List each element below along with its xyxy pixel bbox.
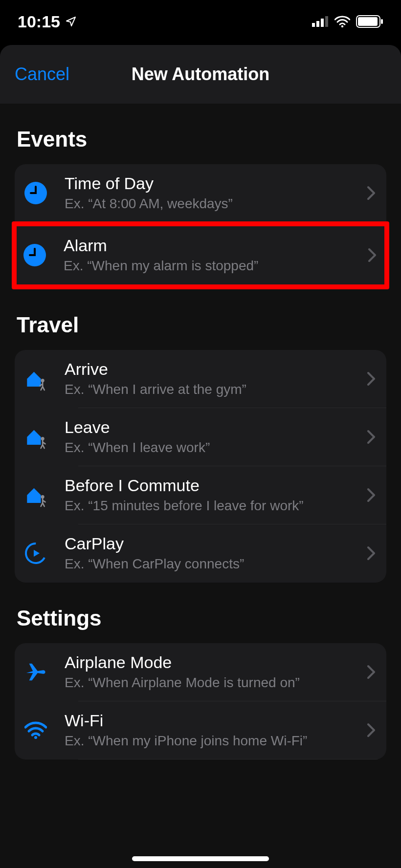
status-time: 10:15 <box>18 12 60 31</box>
row-title: Airplane Mode <box>65 653 361 672</box>
svg-rect-1 <box>316 21 319 27</box>
status-bar: 10:15 <box>0 0 401 43</box>
row-title: CarPlay <box>65 534 361 553</box>
status-right <box>312 15 383 28</box>
svg-rect-7 <box>381 19 383 24</box>
cancel-button[interactable]: Cancel <box>15 64 69 85</box>
carplay-icon <box>24 542 47 564</box>
row-title: Alarm <box>64 236 362 255</box>
row-subtitle: Ex. “When Airplane Mode is turned on” <box>65 675 361 691</box>
status-left: 10:15 <box>18 12 77 31</box>
house-person-icon <box>24 368 47 390</box>
svg-rect-2 <box>321 19 324 27</box>
row-arrive[interactable]: Arrive Ex. “When I arrive at the gym” <box>15 350 386 408</box>
svg-rect-6 <box>358 17 378 26</box>
svg-point-4 <box>341 25 343 27</box>
row-text: Wi-Fi Ex. “When my iPhone joins home Wi-… <box>65 711 367 749</box>
row-title: Leave <box>65 418 361 437</box>
row-leave[interactable]: Leave Ex. “When I leave work” <box>15 408 386 466</box>
separator <box>78 759 386 760</box>
row-title: Arrive <box>65 360 361 379</box>
row-subtitle: Ex. “When my alarm is stopped” <box>64 258 362 274</box>
row-subtitle: Ex. “At 8:00 AM, weekdays” <box>65 196 361 212</box>
screen: 10:15 <box>0 0 401 868</box>
chevron-right-icon <box>367 488 376 502</box>
page-title: New Automation <box>132 64 270 85</box>
row-carplay[interactable]: CarPlay Ex. “When CarPlay connects” <box>15 524 386 583</box>
row-title: Wi-Fi <box>65 711 361 730</box>
section-title-settings: Settings <box>0 583 401 643</box>
airplane-icon <box>24 661 47 683</box>
wifi-icon <box>334 16 350 27</box>
svg-rect-3 <box>325 16 328 27</box>
row-title: Time of Day <box>65 174 361 193</box>
chevron-right-icon <box>367 430 376 444</box>
group-events: Time of Day Ex. “At 8:00 AM, weekdays” <box>15 164 386 222</box>
cellular-icon <box>312 16 329 27</box>
modal-sheet: Cancel New Automation Events Time of Day… <box>0 45 401 868</box>
clock-icon <box>24 182 47 204</box>
home-indicator[interactable] <box>132 856 269 861</box>
row-subtitle: Ex. “When I leave work” <box>65 440 361 456</box>
row-alarm[interactable]: Alarm Ex. “When my alarm is stopped” <box>17 226 384 284</box>
row-subtitle: Ex. “When I arrive at the gym” <box>65 382 361 397</box>
chevron-right-icon <box>367 723 376 738</box>
location-icon <box>65 16 77 27</box>
svg-point-14 <box>34 736 37 739</box>
row-subtitle: Ex. “When my iPhone joins home Wi-Fi” <box>65 733 361 749</box>
chevron-right-icon <box>368 248 377 262</box>
battery-icon <box>356 15 383 28</box>
chevron-right-icon <box>367 546 376 561</box>
row-text: Time of Day Ex. “At 8:00 AM, weekdays” <box>65 174 367 212</box>
row-before-commute[interactable]: Before I Commute Ex. “15 minutes before … <box>15 466 386 524</box>
row-airplane-mode[interactable]: Airplane Mode Ex. “When Airplane Mode is… <box>15 643 386 701</box>
group-settings: Airplane Mode Ex. “When Airplane Mode is… <box>15 643 386 760</box>
section-title-events: Events <box>0 104 401 164</box>
house-person-icon <box>24 484 47 506</box>
wifi-icon <box>24 719 47 741</box>
highlight-alarm: Alarm Ex. “When my alarm is stopped” <box>12 221 389 289</box>
row-wifi[interactable]: Wi-Fi Ex. “When my iPhone joins home Wi-… <box>15 701 386 760</box>
chevron-right-icon <box>367 371 376 386</box>
chevron-right-icon <box>367 186 376 200</box>
row-text: Alarm Ex. “When my alarm is stopped” <box>64 236 368 274</box>
chevron-right-icon <box>367 665 376 679</box>
row-text: Leave Ex. “When I leave work” <box>65 418 367 456</box>
row-subtitle: Ex. “When CarPlay connects” <box>65 556 361 572</box>
row-title: Before I Commute <box>65 476 361 495</box>
section-title-travel: Travel <box>0 289 401 350</box>
clock-icon <box>23 244 46 266</box>
house-person-icon <box>24 426 47 448</box>
row-text: CarPlay Ex. “When CarPlay connects” <box>65 534 367 572</box>
content: Events Time of Day Ex. “At 8:00 AM, week… <box>0 104 401 789</box>
row-subtitle: Ex. “15 minutes before I leave for work” <box>65 498 361 514</box>
row-text: Airplane Mode Ex. “When Airplane Mode is… <box>65 653 367 691</box>
svg-rect-0 <box>312 23 315 27</box>
row-time-of-day[interactable]: Time of Day Ex. “At 8:00 AM, weekdays” <box>15 164 386 222</box>
row-text: Arrive Ex. “When I arrive at the gym” <box>65 360 367 397</box>
row-text: Before I Commute Ex. “15 minutes before … <box>65 476 367 514</box>
sheet-header: Cancel New Automation <box>0 45 401 104</box>
group-travel: Arrive Ex. “When I arrive at the gym” <box>15 350 386 583</box>
